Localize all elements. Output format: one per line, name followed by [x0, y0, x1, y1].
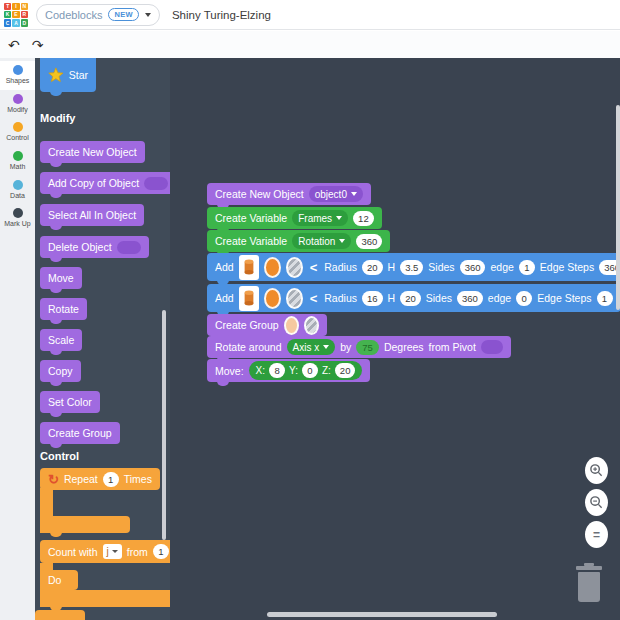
canvas-block-rotate-around[interactable]: Rotate around Axis x by 75 Degrees from …	[207, 336, 511, 358]
variable-value[interactable]: 360	[356, 234, 382, 249]
canvas-block-create-variable-frames[interactable]: Create Variable Frames 12	[207, 207, 382, 229]
sidebar-item-label: Mark Up	[4, 220, 30, 228]
axis-dropdown[interactable]: Axis x	[287, 339, 336, 355]
canvas-block-create-group[interactable]: Create Group	[207, 314, 327, 336]
canvas-block-add-shape-2[interactable]: Add < Radius16 H20 Sides360 edge0 Edge S…	[207, 284, 620, 312]
canvas-block-create-variable-rotation[interactable]: Create Variable Rotation 360	[207, 230, 390, 252]
edit-toolbar: ↶ ↷	[0, 31, 620, 58]
sidebar-item-label: Math	[10, 163, 26, 171]
edge-value[interactable]: 0	[516, 291, 532, 306]
count-from-value[interactable]: 1	[153, 544, 169, 559]
trash-button[interactable]	[576, 563, 602, 603]
palette-scrollbar[interactable]	[162, 310, 166, 540]
sidebar-item-modify[interactable]: Modify	[0, 90, 35, 119]
counter-variable: j	[107, 546, 109, 557]
app-switcher-dropdown[interactable]: Codeblocks NEW	[36, 4, 160, 26]
param-label: edge	[490, 261, 513, 273]
palette-block-repeat[interactable]: ↻ Repeat 1 Times	[40, 468, 160, 490]
palette-block-delete-object[interactable]: Delete Object	[40, 236, 149, 258]
sides-value[interactable]: 360	[460, 260, 486, 275]
palette-block-count-with[interactable]: Count with j from 1 to 10	[40, 540, 170, 563]
zoom-in-button[interactable]	[585, 457, 608, 484]
palette-block-rotate[interactable]: Rotate	[40, 298, 87, 320]
pivot-slot[interactable]	[481, 340, 503, 354]
code-canvas[interactable]: Create New Object object0 Create Variabl…	[170, 58, 620, 620]
variable-value[interactable]: 12	[353, 211, 374, 226]
block-label: Create Group	[215, 319, 279, 331]
degrees-value[interactable]: 75	[356, 340, 379, 355]
collapse-chevron-icon[interactable]: <	[310, 260, 318, 275]
radius-value[interactable]: 20	[362, 260, 383, 275]
move-z-value[interactable]: 20	[335, 363, 356, 378]
object-name-dropdown[interactable]: object0	[309, 186, 363, 202]
sidebar-item-markup[interactable]: Mark Up	[0, 204, 35, 233]
shape-preview-box[interactable]	[239, 286, 259, 311]
param-label: X:	[256, 365, 265, 376]
color-swatch[interactable]	[284, 316, 299, 335]
collapse-chevron-icon[interactable]: <	[310, 291, 318, 306]
radius-value[interactable]: 16	[362, 291, 383, 306]
edge-steps-value[interactable]: 1	[597, 291, 613, 306]
palette-block-copy[interactable]: Copy	[40, 360, 81, 382]
move-x-value[interactable]: 8	[269, 363, 285, 378]
palette-block-label: Repeat	[64, 473, 98, 485]
zoom-fit-button[interactable]: =	[585, 521, 608, 548]
shape-preview-box[interactable]	[239, 255, 259, 280]
palette-section-control: Control	[40, 450, 79, 462]
block-label: Create Variable	[215, 235, 287, 247]
logo-cell: R	[21, 11, 28, 18]
page-vertical-scrollbar[interactable]	[616, 105, 620, 310]
trash-icon	[576, 566, 602, 570]
object-slot[interactable]	[117, 241, 141, 254]
material-swatch[interactable]	[304, 316, 319, 335]
palette-block-set-color[interactable]: Set Color	[40, 391, 100, 413]
param-label: Sides	[426, 292, 452, 304]
height-value[interactable]: 20	[400, 291, 421, 306]
height-value[interactable]: 3.5	[400, 260, 423, 275]
chevron-down-icon	[336, 216, 342, 220]
material-swatch[interactable]	[286, 257, 303, 278]
repeat-count-value[interactable]: 1	[103, 472, 119, 487]
palette-block-scale[interactable]: Scale	[40, 329, 82, 351]
palette-block-create-new-object[interactable]: Create New Object	[40, 141, 145, 163]
tinkercad-logo[interactable]: T I N K E R C A D	[4, 3, 28, 27]
sidebar-item-label: Data	[10, 192, 25, 200]
variable-name: Rotation	[298, 236, 335, 247]
document-title[interactable]: Shiny Turing-Elzing	[172, 9, 271, 21]
palette-block-partial[interactable]	[35, 610, 85, 620]
canvas-block-create-new-object[interactable]: Create New Object object0	[207, 183, 371, 205]
param-label: Sides	[428, 261, 454, 273]
color-swatch[interactable]	[264, 288, 281, 309]
logo-cell: T	[4, 3, 11, 10]
canvas-block-move[interactable]: Move: X:8 Y:0 Z:20	[207, 359, 370, 382]
zoom-out-button[interactable]	[585, 489, 608, 516]
header-bar: T I N K E R C A D Codeblocks NEW Shiny T…	[0, 0, 620, 30]
redo-button[interactable]: ↷	[32, 38, 44, 52]
object-slot[interactable]	[144, 177, 168, 190]
palette-block-move[interactable]: Move	[40, 267, 82, 289]
sidebar-item-data[interactable]: Data	[0, 176, 35, 205]
undo-button[interactable]: ↶	[8, 38, 20, 52]
color-swatch[interactable]	[264, 257, 281, 278]
data-category-icon	[13, 180, 23, 190]
palette-block-add-copy-of-object[interactable]: Add Copy of Object	[40, 172, 170, 194]
sidebar-item-control[interactable]: Control	[0, 118, 35, 147]
variable-name-dropdown[interactable]: Frames	[292, 210, 348, 226]
variable-name-dropdown[interactable]: Rotation	[292, 233, 351, 249]
move-y-value[interactable]: 0	[302, 363, 318, 378]
sidebar-item-math[interactable]: Math	[0, 147, 35, 176]
counter-variable-dropdown[interactable]: j	[103, 544, 122, 559]
logo-cell: I	[12, 3, 19, 10]
palette-block-select-all-in-object[interactable]: Select All In Object	[40, 204, 144, 226]
palette-block-create-group[interactable]: Create Group	[40, 422, 120, 444]
canvas-block-add-shape-1[interactable]: Add < Radius20 H3.5 Sides360 edge1 Edge …	[207, 253, 620, 281]
param-label: H	[388, 292, 396, 304]
palette-block-label: Delete Object	[48, 241, 112, 253]
material-swatch[interactable]	[286, 288, 303, 309]
canvas-horizontal-scrollbar[interactable]	[267, 612, 497, 617]
sidebar-item-shapes[interactable]: Shapes	[0, 61, 35, 90]
edge-value[interactable]: 1	[519, 260, 535, 275]
sides-value[interactable]: 360	[457, 291, 483, 306]
param-label: Edge Steps	[540, 261, 594, 273]
palette-block-star[interactable]: Star	[40, 58, 96, 92]
